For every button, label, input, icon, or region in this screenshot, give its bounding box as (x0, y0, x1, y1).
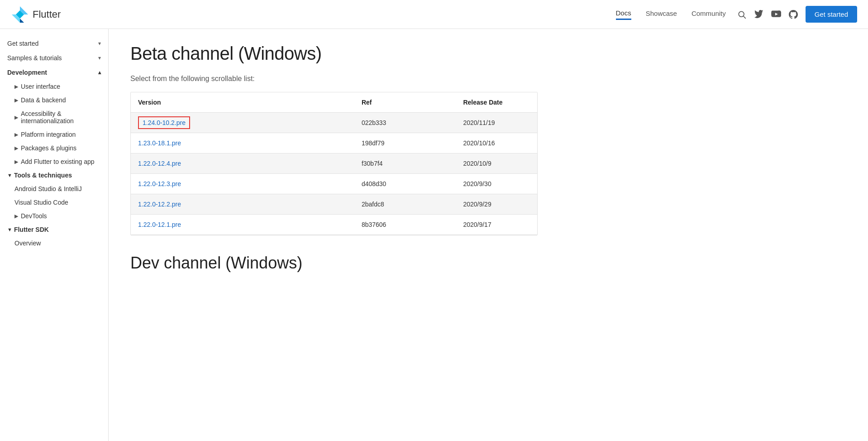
table-row: 1.22.0-12.4.pref30b7f42020/10/9 (131, 153, 537, 174)
table-row: 1.22.0-12.3.pred408d302020/9/30 (131, 174, 537, 194)
cell-date: 2020/9/29 (456, 194, 537, 215)
sidebar-item-label: Platform integration (21, 131, 76, 138)
arrow-right-icon: ▶ (14, 84, 18, 90)
sidebar-item-label: Data & backend (21, 96, 66, 104)
cell-date: 2020/11/19 (456, 113, 537, 133)
cell-version: 1.22.0-12.3.pre (131, 174, 354, 194)
nav-showcase[interactable]: Showcase (646, 10, 677, 19)
cell-version: 1.23.0-18.1.pre (131, 133, 354, 153)
cell-ref: d408d30 (354, 174, 456, 194)
beta-table-body: 1.24.0-10.2.pre022b3332020/11/191.23.0-1… (131, 113, 537, 235)
arrow-right-icon: ▶ (14, 213, 18, 219)
sidebar: Get started ▾ Samples & tutorials ▾ Deve… (0, 29, 109, 441)
version-link[interactable]: 1.23.0-18.1.pre (138, 139, 181, 147)
arrow-down-icon: ▼ (7, 173, 12, 178)
github-icon[interactable] (788, 10, 798, 19)
sidebar-item-add-flutter[interactable]: ▶ Add Flutter to existing app (0, 155, 108, 168)
sidebar-item-label: DevTools (21, 212, 47, 220)
cell-version: 1.22.0-12.2.pre (131, 194, 354, 215)
sidebar-item-get-started[interactable]: Get started ▾ (0, 36, 108, 51)
table-row: 1.24.0-10.2.pre022b3332020/11/19 (131, 113, 537, 133)
dev-channel-title: Dev channel (Windows) (130, 254, 846, 273)
chevron-up-icon: ▴ (98, 69, 101, 76)
cell-version: 1.22.0-12.4.pre (131, 153, 354, 174)
sidebar-item-tools-techniques[interactable]: ▼ Tools & techniques (0, 168, 108, 182)
logo-text: Flutter (33, 9, 61, 20)
arrow-right-icon: ▶ (14, 145, 18, 151)
sidebar-item-data-backend[interactable]: ▶ Data & backend (0, 93, 108, 107)
version-link[interactable]: 1.22.0-12.1.pre (138, 221, 181, 228)
sidebar-item-label: Android Studio & IntelliJ (14, 185, 82, 192)
sidebar-item-label: Get started (7, 40, 38, 47)
sidebar-item-platform-integration[interactable]: ▶ Platform integration (0, 128, 108, 141)
sidebar-item-accessibility[interactable]: ▶ Accessibility & internationalization (0, 107, 108, 128)
cell-ref: 198df79 (354, 133, 456, 153)
sidebar-item-label: Tools & techniques (14, 172, 72, 179)
cell-ref: f30b7f4 (354, 153, 456, 174)
nav-docs[interactable]: Docs (616, 9, 631, 20)
cell-version: 1.24.0-10.2.pre (131, 113, 354, 133)
table-row: 1.22.0-12.2.pre2bafdc82020/9/29 (131, 194, 537, 215)
page-title: Beta channel (Windows) (130, 43, 846, 64)
sidebar-item-overview[interactable]: Overview (0, 236, 108, 250)
header-icons (737, 10, 798, 19)
site-header: Flutter Docs Showcase Community (0, 0, 868, 29)
chevron-down-icon: ▾ (98, 40, 101, 47)
arrow-right-icon: ▶ (14, 115, 18, 120)
page-subtitle: Select from the following scrollable lis… (130, 75, 846, 83)
sidebar-item-label: User interface (21, 83, 60, 90)
col-date: Release Date (456, 92, 537, 113)
sidebar-section-development[interactable]: Development ▴ (0, 65, 108, 80)
youtube-icon[interactable] (771, 10, 781, 19)
sidebar-item-label: Samples & tutorials (7, 54, 62, 62)
sidebar-section-label-text: Development (7, 69, 47, 76)
main-content: Beta channel (Windows) Select from the f… (109, 29, 868, 441)
beta-table-scroll[interactable]: Version Ref Release Date 1.24.0-10.2.pre… (131, 92, 537, 235)
sidebar-item-label: Visual Studio Code (14, 199, 68, 206)
cell-date: 2020/10/9 (456, 153, 537, 174)
svg-marker-3 (20, 19, 24, 23)
cell-date: 2020/10/16 (456, 133, 537, 153)
beta-table-wrapper: Version Ref Release Date 1.24.0-10.2.pre… (130, 92, 538, 235)
cell-ref: 2bafdc8 (354, 194, 456, 215)
get-started-button[interactable]: Get started (806, 6, 857, 23)
page-body: Get started ▾ Samples & tutorials ▾ Deve… (0, 29, 868, 441)
sidebar-item-vscode[interactable]: Visual Studio Code (0, 196, 108, 209)
search-icon[interactable] (737, 10, 747, 19)
arrow-down-icon: ▼ (7, 227, 12, 232)
table-row: 1.22.0-12.1.pre8b376062020/9/17 (131, 215, 537, 235)
cell-date: 2020/9/30 (456, 174, 537, 194)
table-row: 1.23.0-18.1.pre198df792020/10/16 (131, 133, 537, 153)
sidebar-item-label: Packages & plugins (21, 144, 76, 152)
arrow-right-icon: ▶ (14, 132, 18, 138)
chevron-down-icon: ▾ (98, 55, 101, 61)
cell-ref: 8b37606 (354, 215, 456, 235)
sidebar-item-user-interface[interactable]: ▶ User interface (0, 80, 108, 93)
sidebar-item-flutter-sdk[interactable]: ▼ Flutter SDK (0, 223, 108, 236)
svg-line-5 (744, 16, 746, 18)
col-version: Version (131, 92, 354, 113)
sidebar-item-packages-plugins[interactable]: ▶ Packages & plugins (0, 141, 108, 155)
cell-ref: 022b333 (354, 113, 456, 133)
sidebar-item-label: Add Flutter to existing app (21, 158, 95, 165)
arrow-right-icon: ▶ (14, 159, 18, 165)
table-header: Version Ref Release Date (131, 92, 537, 113)
sidebar-item-label: Flutter SDK (14, 226, 49, 233)
sidebar-item-android-studio[interactable]: Android Studio & IntelliJ (0, 182, 108, 196)
sidebar-item-samples[interactable]: Samples & tutorials ▾ (0, 51, 108, 65)
sidebar-item-devtools[interactable]: ▶ DevTools (0, 209, 108, 223)
sidebar-item-label: Overview (14, 240, 41, 247)
col-ref: Ref (354, 92, 456, 113)
version-link[interactable]: 1.22.0-12.4.pre (138, 160, 181, 167)
nav-community[interactable]: Community (692, 10, 726, 19)
logo-link[interactable]: Flutter (11, 5, 61, 24)
arrow-right-icon: ▶ (14, 97, 18, 103)
beta-release-table: Version Ref Release Date 1.24.0-10.2.pre… (131, 92, 537, 235)
main-nav: Docs Showcase Community (616, 9, 726, 20)
version-link[interactable]: 1.22.0-12.3.pre (138, 180, 181, 187)
version-link[interactable]: 1.22.0-12.2.pre (138, 201, 181, 208)
cell-date: 2020/9/17 (456, 215, 537, 235)
flutter-logo-icon (11, 5, 29, 24)
twitter-icon[interactable] (754, 10, 764, 19)
version-link[interactable]: 1.24.0-10.2.pre (138, 116, 190, 129)
